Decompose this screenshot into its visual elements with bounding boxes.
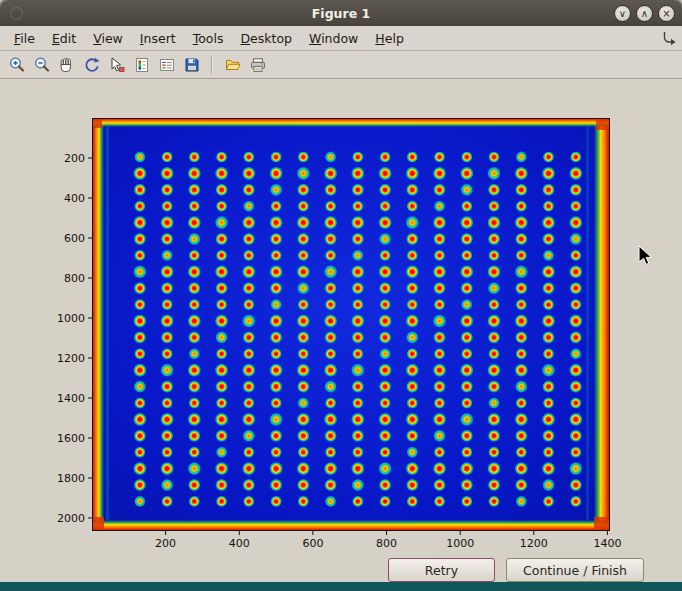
toolbar-separator — [211, 56, 213, 74]
retry-button[interactable]: Retry — [388, 558, 495, 582]
insert-legend-icon[interactable] — [155, 53, 178, 76]
continue-finish-button[interactable]: Continue / Finish — [506, 558, 644, 582]
x-tick-label: 800 — [376, 537, 397, 550]
zoom-in-icon[interactable] — [5, 53, 28, 76]
titlebar[interactable]: Figure 1 ∨ ∧ × — [0, 0, 682, 26]
y-tick-label: 800 — [64, 272, 85, 285]
x-tick-label: 1400 — [593, 537, 621, 550]
y-tick-label: 600 — [64, 232, 85, 245]
x-axis: 200400600800100012001400 — [155, 531, 621, 550]
y-tick-label: 2000 — [57, 512, 85, 525]
save-icon[interactable] — [180, 53, 203, 76]
figure-canvas[interactable]: 2004006008001000120014002004006008001000… — [0, 79, 682, 582]
y-tick-label: 1400 — [57, 392, 85, 405]
rotate-3d-icon[interactable] — [80, 53, 103, 76]
menu-file[interactable]: File — [6, 28, 43, 49]
maximize-button[interactable]: ∧ — [636, 5, 653, 22]
y-axis: 200400600800100012001400160018002000 — [57, 152, 92, 525]
figure-window: Figure 1 ∨ ∧ × File Edit View Insert Too… — [0, 0, 682, 591]
open-folder-icon[interactable] — [221, 53, 244, 76]
y-tick-label: 1000 — [57, 312, 85, 325]
x-tick-label: 1200 — [520, 537, 548, 550]
y-tick-label: 1200 — [57, 352, 85, 365]
dock-arrow-glyph — [661, 30, 677, 46]
close-button[interactable]: × — [658, 5, 675, 22]
toolbar — [0, 51, 682, 79]
plot-image[interactable] — [92, 118, 610, 531]
y-tick-label: 200 — [64, 152, 85, 165]
menu-view[interactable]: View — [85, 28, 131, 49]
zoom-out-icon[interactable] — [30, 53, 53, 76]
insert-colorbar-icon[interactable] — [130, 53, 153, 76]
print-icon[interactable] — [246, 53, 269, 76]
edit-plot-icon[interactable] — [105, 53, 128, 76]
x-tick-label: 1000 — [446, 537, 474, 550]
menubar: File Edit View Insert Tools Desktop Wind… — [0, 26, 682, 51]
menu-desktop[interactable]: Desktop — [232, 28, 300, 49]
y-tick-label: 400 — [64, 192, 85, 205]
y-tick-label: 1800 — [57, 472, 85, 485]
x-tick-label: 400 — [229, 537, 250, 550]
bottom-panel — [0, 582, 682, 591]
window-title: Figure 1 — [0, 6, 682, 21]
x-tick-label: 600 — [302, 537, 323, 550]
dock-figure-icon[interactable] — [661, 30, 677, 46]
menu-window[interactable]: Window — [301, 28, 366, 49]
menu-tools[interactable]: Tools — [185, 28, 232, 49]
shade-button[interactable]: ∨ — [614, 5, 631, 22]
pan-icon[interactable] — [55, 53, 78, 76]
menu-help[interactable]: Help — [367, 28, 412, 49]
x-tick-label: 200 — [155, 537, 176, 550]
menu-edit[interactable]: Edit — [44, 28, 84, 49]
window-controls: ∨ ∧ × — [614, 5, 675, 22]
menu-insert[interactable]: Insert — [132, 28, 184, 49]
plot-area[interactable]: 2004006008001000120014002004006008001000… — [0, 79, 682, 582]
y-tick-label: 1600 — [57, 432, 85, 445]
